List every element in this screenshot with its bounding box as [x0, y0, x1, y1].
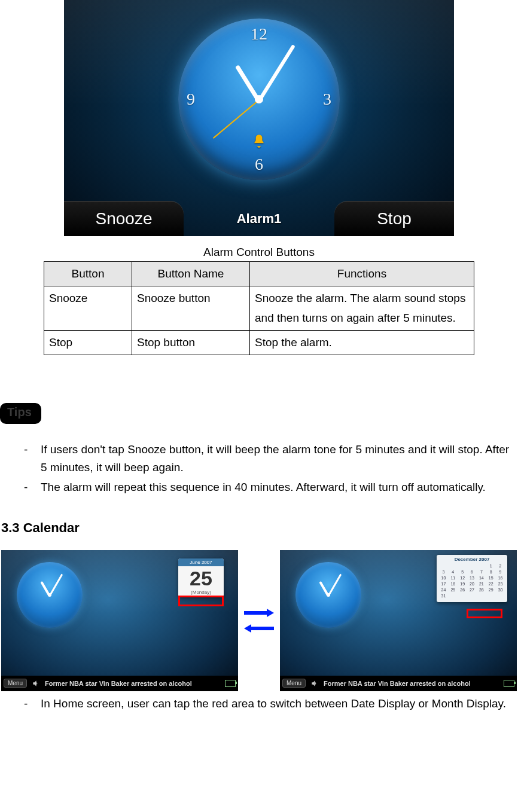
th-button-name: Button Name	[132, 262, 250, 286]
menu-button[interactable]: Menu	[4, 679, 27, 688]
table-row: Stop Stop button Stop the alarm.	[44, 330, 474, 355]
cell: Snooze	[44, 286, 132, 331]
cell: Stop button	[132, 330, 250, 355]
clock-number-12: 12	[251, 25, 267, 44]
cell: Snooze the alarm. The alarm sound stops …	[250, 286, 474, 331]
minute-hand	[328, 573, 342, 596]
tips-item: The alarm will repeat this sequence in 4…	[24, 478, 516, 496]
battery-icon	[504, 680, 514, 687]
bell-icon	[251, 133, 267, 149]
clock-face: 12 3 6 9	[178, 19, 340, 180]
mini-clock	[17, 562, 83, 628]
date-card-month: June 2007	[178, 558, 224, 566]
svg-marker-1	[267, 609, 274, 617]
table-row: Snooze Snooze button Snooze the alarm. T…	[44, 286, 474, 331]
red-highlight-toggle[interactable]	[178, 596, 224, 606]
calendar-screenshot-day: June 2007 25 (Monday) Menu Former NBA st…	[1, 550, 238, 691]
clock-number-6: 6	[255, 155, 263, 174]
speaker-icon	[32, 679, 40, 688]
tips-badge: Tips	[0, 403, 41, 424]
stop-button[interactable]: Stop	[334, 201, 454, 236]
minute-hand	[257, 44, 295, 102]
th-button: Button	[44, 262, 132, 286]
hour-hand	[40, 581, 50, 596]
red-highlight-toggle[interactable]	[467, 609, 502, 618]
alarm-buttons-table: Button Button Name Functions Snooze Snoo…	[44, 261, 474, 355]
calendar-row: June 2007 25 (Monday) Menu Former NBA st…	[0, 550, 518, 691]
table-caption: Alarm Control Buttons	[0, 246, 518, 259]
alarm-screenshot: 12 3 6 9 Snooze Alarm1 Stop	[64, 0, 454, 236]
date-card[interactable]: June 2007 25 (Monday)	[178, 558, 224, 597]
calendar-screenshot-month: December 2007 12 3456789 10111213141516 …	[280, 550, 517, 691]
cell: Stop	[44, 330, 132, 355]
hour-hand	[319, 581, 329, 596]
date-card-day: 25	[178, 566, 224, 590]
clock-number-9: 9	[187, 90, 195, 109]
tips-list: If users don't tap Snooze button, it wil…	[0, 441, 518, 496]
cell: Snooze button	[132, 286, 250, 331]
month-grid: 12 3456789 10111213141516 17181920212223…	[439, 563, 505, 599]
calendar-notes: In Home screen, user can tap the red are…	[0, 695, 518, 712]
news-ticker: Former NBA star Vin Baker arrested on al…	[45, 680, 220, 687]
th-functions: Functions	[250, 262, 474, 286]
alarm-name-label: Alarm1	[184, 211, 334, 236]
news-ticker: Former NBA star Vin Baker arrested on al…	[324, 680, 499, 687]
snooze-button[interactable]: Snooze	[64, 201, 184, 236]
tips-item: If users don't tap Snooze button, it wil…	[24, 441, 516, 476]
svg-rect-2	[251, 627, 274, 630]
swap-arrows	[244, 609, 274, 633]
battery-icon	[225, 680, 236, 687]
svg-rect-0	[244, 611, 267, 615]
clock-pivot	[255, 95, 263, 103]
arrow-left-icon	[244, 624, 274, 633]
table-header-row: Button Button Name Functions	[44, 262, 474, 286]
month-card-header: December 2007	[439, 557, 505, 562]
month-card[interactable]: December 2007 12 3456789 10111213141516 …	[437, 555, 507, 603]
minute-hand	[49, 573, 63, 596]
speaker-icon	[310, 679, 319, 688]
clock-number-3: 3	[323, 90, 331, 109]
arrow-right-icon	[244, 609, 274, 617]
svg-marker-3	[244, 624, 251, 633]
alarm-bottom-bar: Snooze Alarm1 Stop	[64, 193, 454, 236]
menu-button[interactable]: Menu	[282, 679, 306, 688]
section-heading-calendar: 3.3 Calendar	[1, 520, 518, 536]
status-bar: Menu Former NBA star Vin Baker arrested …	[280, 676, 517, 691]
calendar-note-item: In Home screen, user can tap the red are…	[24, 695, 516, 712]
mini-clock	[295, 562, 361, 628]
cell: Stop the alarm.	[250, 330, 474, 355]
status-bar: Menu Former NBA star Vin Baker arrested …	[1, 676, 238, 691]
